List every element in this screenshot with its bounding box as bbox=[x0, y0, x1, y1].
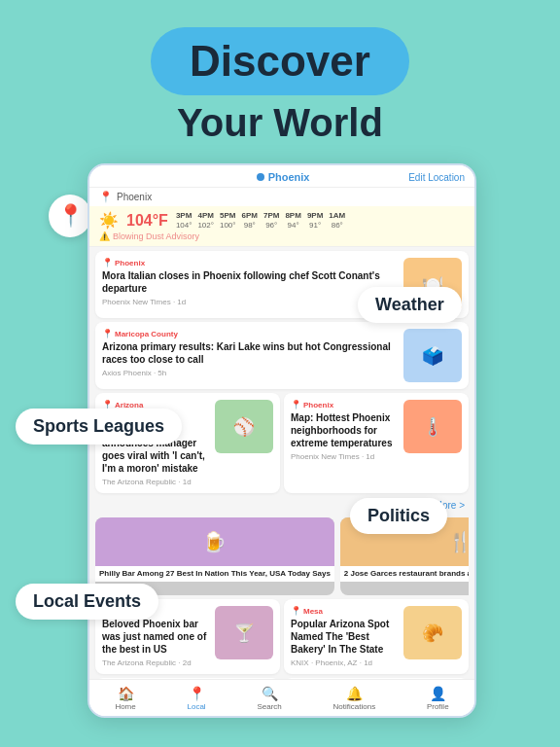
nav-profile-label: Profile bbox=[427, 702, 449, 711]
forecast-hour: 3PM104° bbox=[176, 211, 192, 230]
app-topbar: Phoenix Edit Location bbox=[89, 165, 474, 188]
forecast-hour: 8PM94° bbox=[285, 211, 300, 230]
region-pin: 📍 bbox=[102, 329, 113, 338]
card-image: 🍺 bbox=[95, 517, 334, 566]
news-image: 🍸 bbox=[215, 606, 273, 659]
news-title: Map: Hottest Phoenix neighborhoods for e… bbox=[291, 411, 397, 449]
forecast-hour: 5PM100° bbox=[220, 211, 236, 230]
news-image: 🥐 bbox=[403, 606, 462, 659]
profile-icon: 👤 bbox=[430, 686, 446, 701]
news-region: 📍 Mesa bbox=[291, 606, 397, 616]
topbar-location: Phoenix bbox=[257, 171, 310, 183]
warning-icon: ⚠️ bbox=[99, 231, 110, 241]
news-region: 📍 Maricopa County bbox=[102, 329, 397, 338]
news-source: Axios Phoenix · 5h bbox=[102, 369, 397, 377]
local-icon: 📍 bbox=[189, 686, 205, 701]
news-source: The Arizona Republic · 2d bbox=[102, 658, 208, 667]
forecast-hour: 9PM91° bbox=[307, 211, 323, 230]
forecast-hour: 7PM96° bbox=[263, 211, 279, 230]
news-title: Mora Italian closes in Phoenix following… bbox=[102, 269, 397, 295]
card-title: Philly Bar Among 27 Best In Nation This … bbox=[95, 566, 334, 582]
location-city: Phoenix bbox=[117, 192, 152, 202]
news-title: Popular Arizona Spot Named The 'Best Bak… bbox=[291, 618, 397, 656]
hourly-forecast: 3PM104° 4PM102° 5PM100° 6PM98° 7PM96° 8P… bbox=[176, 211, 345, 230]
weather-bar: ☀️ 104°F 3PM104° 4PM102° 5PM100° 6PM98° … bbox=[89, 206, 474, 247]
nav-search-label: Search bbox=[257, 702, 281, 711]
news-title: Arizona primary results: Kari Lake wins … bbox=[102, 340, 397, 366]
news-card[interactable]: 📍 Phoenix Map: Hottest Phoenix neighborh… bbox=[284, 393, 469, 493]
weather-main: ☀️ 104°F 3PM104° 4PM102° 5PM100° 6PM98° … bbox=[99, 211, 465, 230]
news-text: 📍 Maricopa County Arizona primary result… bbox=[102, 329, 397, 382]
nav-local[interactable]: 📍 Local bbox=[188, 686, 206, 711]
news-text: 📍 Mesa Popular Arizona Spot Named The 'B… bbox=[291, 606, 397, 667]
news-region: 📍 Phoenix bbox=[291, 400, 397, 409]
nav-local-label: Local bbox=[188, 702, 206, 711]
region-pin: 📍 bbox=[102, 258, 113, 267]
location-pin-icon: 📍 bbox=[99, 191, 113, 203]
location-indicator bbox=[257, 173, 264, 181]
news-title: Beloved Phoenix bar was just named one o… bbox=[102, 618, 208, 656]
news-image: 🗳️ bbox=[403, 329, 462, 382]
weather-floating-label: Weather bbox=[358, 287, 462, 323]
news-source: The Arizona Republic · 1d bbox=[102, 478, 208, 486]
edit-location-link[interactable]: Edit Location bbox=[408, 172, 465, 183]
pin-icon: 📍 bbox=[57, 203, 84, 229]
nav-search[interactable]: 🔍 Search bbox=[257, 686, 281, 711]
news-source: KNIX · Phoenix, AZ · 1d bbox=[291, 658, 397, 667]
forecast-hour: 4PM102° bbox=[197, 211, 214, 230]
advisory-text: Blowing Dust Advisory bbox=[113, 231, 199, 241]
forecast-hour: 6PM98° bbox=[242, 211, 258, 230]
temperature: 104°F bbox=[126, 212, 168, 230]
forecast-hour: 1AM86° bbox=[329, 211, 345, 230]
nav-home[interactable]: 🏠 Home bbox=[115, 686, 135, 711]
news-card[interactable]: 📍 Mesa Popular Arizona Spot Named The 'B… bbox=[284, 599, 469, 674]
news-image: 🌡️ bbox=[403, 400, 462, 453]
notifications-icon: 🔔 bbox=[346, 686, 363, 701]
nav-home-label: Home bbox=[115, 702, 135, 711]
dust-advisory: ⚠️ Blowing Dust Advisory bbox=[99, 231, 465, 241]
news-card[interactable]: 📍 Maricopa County Arizona primary result… bbox=[95, 322, 469, 389]
discover-title: Discover bbox=[190, 37, 370, 85]
nav-profile[interactable]: 👤 Profile bbox=[427, 686, 449, 711]
location-row: 📍 Phoenix bbox=[89, 188, 474, 206]
header: Discover Your World bbox=[0, 0, 560, 145]
politics-floating-label: Politics bbox=[350, 498, 447, 534]
location-pin-circle: 📍 bbox=[49, 195, 91, 237]
events-floating-label: Local Events bbox=[16, 584, 158, 620]
location-name: Phoenix bbox=[268, 171, 310, 183]
nav-notifications[interactable]: 🔔 Notifications bbox=[333, 686, 376, 711]
news-source: Phoenix New Times · 1d bbox=[291, 452, 397, 461]
region-pin: 📍 bbox=[291, 400, 301, 409]
sun-icon: ☀️ bbox=[99, 211, 119, 230]
discover-badge: Discover bbox=[151, 27, 409, 95]
news-row-2: 📍 Maricopa County Arizona primary result… bbox=[95, 322, 469, 389]
news-source: Phoenix New Times · 1d bbox=[102, 298, 397, 306]
news-text: 📍 Phoenix Map: Hottest Phoenix neighborh… bbox=[291, 400, 397, 486]
news-region: 📍 Phoenix bbox=[102, 258, 397, 267]
card-title: 2 Jose Garces restaurant brands acquired… bbox=[340, 566, 469, 582]
news-image: ⚾ bbox=[215, 400, 273, 453]
bottom-nav: 🏠 Home 📍 Local 🔍 Search 🔔 Notifications … bbox=[89, 679, 474, 716]
sports-floating-label: Sports Leagues bbox=[16, 409, 182, 445]
home-icon: 🏠 bbox=[118, 686, 134, 701]
subtitle: Your World bbox=[0, 101, 560, 145]
news-text: 📍 Phoenix Mora Italian closes in Phoenix… bbox=[102, 258, 397, 311]
nav-notifications-label: Notifications bbox=[333, 702, 376, 711]
search-icon: 🔍 bbox=[262, 686, 278, 701]
